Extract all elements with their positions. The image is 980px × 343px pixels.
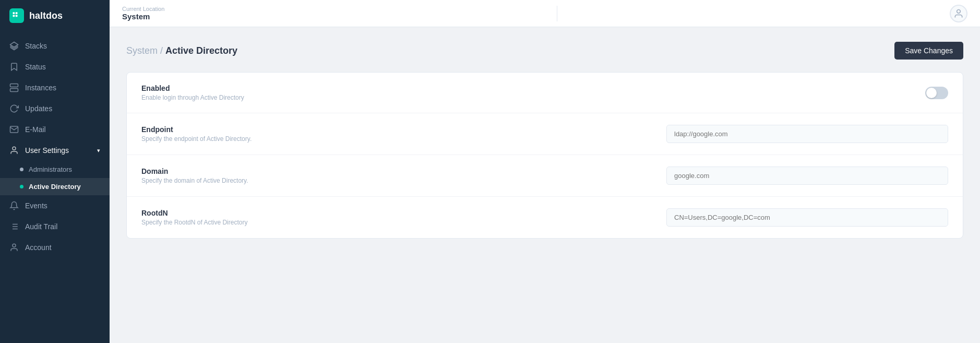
field-desc-domain: Specify the domain of Active Directory.: [141, 177, 585, 184]
topbar: Current Location System: [110, 0, 980, 27]
sidebar-item-audit-trail[interactable]: Audit Trail: [0, 216, 110, 237]
mail-icon: [9, 125, 19, 134]
user-settings-submenu: Administrators Active Directory: [0, 161, 110, 195]
main: Current Location System System / Active …: [110, 0, 980, 343]
form-row-endpoint: Endpoint Specify the endpoint of Active …: [127, 113, 963, 155]
sidebar-item-instances-label: Instances: [25, 84, 56, 92]
sidebar-item-account-label: Account: [25, 243, 52, 252]
form-label-wrap-enabled: Enabled Enable login through Active Dire…: [141, 84, 585, 101]
sidebar-item-audit-trail-label: Audit Trail: [25, 222, 57, 231]
svg-rect-5: [10, 84, 18, 87]
chevron-down-icon: ▾: [97, 147, 100, 154]
user-icon: [9, 146, 19, 155]
layers-icon: [9, 41, 19, 51]
logo-text: haltdos: [29, 10, 63, 21]
sidebar-item-events-label: Events: [25, 202, 47, 210]
form-control-enabled: [585, 87, 948, 99]
sidebar-item-stacks[interactable]: Stacks: [0, 36, 110, 56]
svg-rect-1: [16, 12, 18, 14]
field-label-endpoint: Endpoint: [141, 125, 585, 134]
breadcrumb: System / Active Directory: [126, 45, 237, 56]
sidebar-item-stacks-label: Stacks: [25, 42, 47, 50]
form-control-domain: [585, 167, 948, 185]
sidebar-item-email-label: E-Mail: [25, 125, 46, 134]
sidebar-item-active-directory[interactable]: Active Directory: [0, 178, 110, 195]
endpoint-input[interactable]: [666, 125, 948, 143]
logo-icon: [9, 8, 24, 23]
field-label-domain: Domain: [141, 167, 585, 175]
svg-rect-2: [13, 15, 15, 17]
form-control-endpoint: [585, 125, 948, 143]
sidebar-item-status[interactable]: Status: [0, 56, 110, 77]
breadcrumb-separator: /: [160, 45, 165, 56]
breadcrumb-parent: System: [126, 45, 158, 56]
breadcrumb-current: Active Directory: [165, 45, 237, 56]
avatar-icon: [953, 8, 964, 19]
sidebar-nav: Stacks Status Instances Updates: [0, 31, 110, 343]
sidebar-item-user-settings-label: User Settings: [25, 146, 69, 155]
sidebar-item-instances[interactable]: Instances: [0, 77, 110, 98]
form-row-enabled: Enabled Enable login through Active Dire…: [127, 73, 963, 113]
logo[interactable]: haltdos: [0, 0, 110, 31]
field-desc-enabled: Enable login through Active Directory: [141, 94, 585, 101]
field-desc-rootdn: Specify the RootdN of Active Directory: [141, 219, 585, 226]
domain-input[interactable]: [666, 167, 948, 185]
rootdn-input[interactable]: [666, 208, 948, 227]
location-title: System: [122, 12, 164, 21]
field-label-rootdn: RootdN: [141, 209, 585, 217]
toggle-knob: [926, 88, 937, 98]
topbar-right: [950, 5, 967, 22]
field-label-enabled: Enabled: [141, 84, 585, 92]
svg-point-17: [957, 9, 961, 13]
sidebar-item-account[interactable]: Account: [0, 237, 110, 258]
sidebar-item-active-directory-label: Active Directory: [29, 183, 81, 191]
svg-rect-0: [13, 12, 15, 14]
sidebar-item-updates[interactable]: Updates: [0, 98, 110, 119]
sidebar-item-email[interactable]: E-Mail: [0, 119, 110, 140]
bell-icon: [9, 201, 19, 210]
sidebar-item-administrators[interactable]: Administrators: [0, 161, 110, 178]
field-desc-endpoint: Specify the endpoint of Active Directory…: [141, 135, 585, 143]
settings-card: Enabled Enable login through Active Dire…: [126, 72, 963, 239]
form-label-wrap-rootdn: RootdN Specify the RootdN of Active Dire…: [141, 209, 585, 226]
svg-point-16: [13, 244, 16, 247]
sidebar-item-events[interactable]: Events: [0, 195, 110, 216]
dot-icon: [20, 168, 23, 171]
person-icon: [9, 243, 19, 252]
location-label: Current Location: [122, 6, 164, 12]
sidebar-item-updates-label: Updates: [25, 104, 52, 113]
content: System / Active Directory Save Changes E…: [110, 27, 980, 343]
dot-active-icon: [20, 185, 23, 188]
form-label-wrap-domain: Domain Specify the domain of Active Dire…: [141, 167, 585, 184]
topbar-location: Current Location System: [122, 6, 164, 21]
save-button[interactable]: Save Changes: [894, 42, 963, 60]
svg-rect-3: [16, 15, 18, 17]
svg-rect-6: [10, 89, 18, 92]
avatar[interactable]: [950, 5, 967, 22]
sidebar: haltdos Stacks Status Instances: [0, 0, 110, 343]
refresh-icon: [9, 104, 19, 113]
server-icon: [9, 83, 19, 92]
bookmark-icon: [9, 62, 19, 72]
svg-point-9: [13, 147, 16, 150]
page-header: System / Active Directory Save Changes: [126, 42, 963, 60]
sidebar-item-administrators-label: Administrators: [29, 165, 72, 173]
topbar-separator: [557, 6, 557, 21]
sidebar-item-user-settings[interactable]: User Settings ▾: [0, 140, 110, 161]
form-control-rootdn: [585, 208, 948, 227]
form-row-rootdn: RootdN Specify the RootdN of Active Dire…: [127, 197, 963, 238]
sidebar-item-status-label: Status: [25, 63, 46, 71]
form-row-domain: Domain Specify the domain of Active Dire…: [127, 155, 963, 197]
list-icon: [9, 222, 19, 231]
form-label-wrap-endpoint: Endpoint Specify the endpoint of Active …: [141, 125, 585, 143]
toggle-enabled[interactable]: [925, 87, 948, 99]
